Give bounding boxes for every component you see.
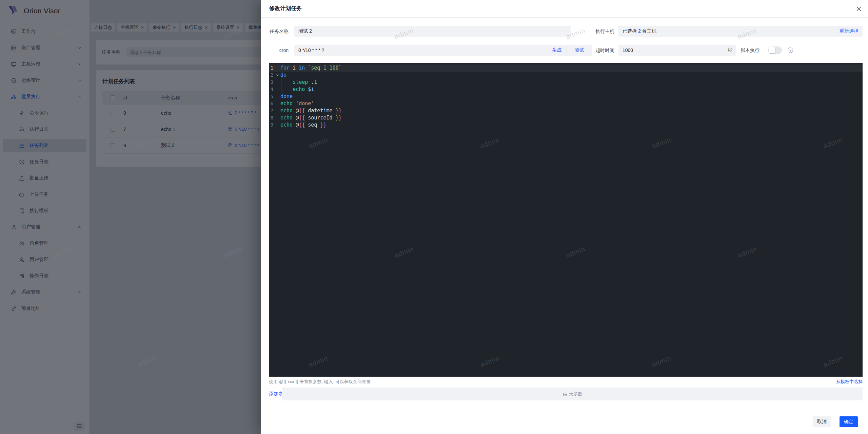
cron-input[interactable]: [294, 48, 547, 53]
screen: Orion Visor 工作台 资产管理 主机运维 运维审计 批量执行 命令执行…: [0, 0, 868, 434]
code-line[interactable]: 8echo @{{ sourceId }}: [269, 114, 863, 121]
reselect-hosts-link[interactable]: 重新选择: [840, 28, 863, 34]
line-number: 6: [269, 100, 275, 107]
timeout-field: 秒: [618, 45, 736, 56]
no-param-text: 无参数: [569, 391, 583, 397]
host-count: 2: [637, 28, 642, 34]
code-line[interactable]: 6echo 'done': [269, 100, 863, 107]
line-number: 5: [269, 93, 275, 100]
cron-field-group: 生成 测试: [294, 45, 592, 56]
code-line[interactable]: 5done: [269, 93, 863, 100]
line-number: 4: [269, 86, 275, 93]
exec-host-field: 已选择2台主机 重新选择: [618, 26, 863, 37]
script-exec-label: 脚本执行: [741, 45, 760, 56]
drawer-header: 修改计划任务: [261, 0, 868, 18]
help-glyph: ?: [789, 48, 791, 52]
drawer-title: 修改计划任务: [269, 5, 302, 12]
line-number: 8: [269, 114, 275, 121]
timeout-label: 超时时间: [592, 45, 614, 56]
task-name-input[interactable]: [294, 29, 571, 34]
cron-test-button[interactable]: 测试: [567, 45, 592, 56]
host-selected-text: 已选择2台主机: [618, 28, 656, 34]
code-line[interactable]: 9echo @{{ seq }}: [269, 121, 863, 129]
line-number: 7: [269, 107, 275, 114]
exec-host-label: 执行主机: [592, 26, 614, 37]
timeout-unit: 秒: [728, 47, 736, 53]
script-exec-toggle[interactable]: [768, 46, 782, 54]
close-icon[interactable]: [856, 6, 862, 12]
footer-divider: [261, 406, 868, 406]
confirm-button[interactable]: 确定: [840, 416, 858, 427]
fold-chevron-icon[interactable]: [276, 73, 279, 77]
code-line[interactable]: 2do: [269, 72, 863, 79]
cron-label: cron: [267, 45, 289, 56]
code-line[interactable]: 4 echo $i: [269, 86, 863, 93]
line-number: 2: [269, 72, 275, 79]
from-template-link[interactable]: 从模板中选择: [836, 379, 863, 385]
toggle-knob: [769, 47, 775, 53]
task-name-field: [294, 26, 571, 37]
cron-generate-button[interactable]: 生成: [547, 45, 567, 56]
empty-box-icon: [563, 392, 567, 396]
line-number: 3: [269, 79, 275, 86]
help-icon[interactable]: ?: [788, 48, 793, 53]
timeout-input[interactable]: [618, 48, 686, 53]
code-line[interactable]: 7echo @{{ datetime }}: [269, 107, 863, 114]
line-number: 9: [269, 121, 275, 129]
edit-task-drawer: 修改计划任务 任务名称 执行主机 已选择2台主机 重新选择 cron 生成 测试…: [261, 0, 868, 434]
code-line[interactable]: 1for i in `seq 1 100`: [269, 64, 863, 72]
line-number: 1: [269, 64, 275, 72]
cancel-button[interactable]: 取消: [813, 416, 831, 427]
script-code-editor[interactable]: 1for i in `seq 1 100` 2do 3 sleep .1 4 e…: [269, 63, 863, 377]
code-line[interactable]: 3 sleep .1: [269, 79, 863, 86]
task-name-label: 任务名称: [267, 26, 289, 37]
param-hint-text: 使用 @{{ xxx }} 来替换参数, 输入_可以获取全部变量: [269, 379, 371, 385]
no-param-bar: 无参数: [282, 388, 863, 400]
